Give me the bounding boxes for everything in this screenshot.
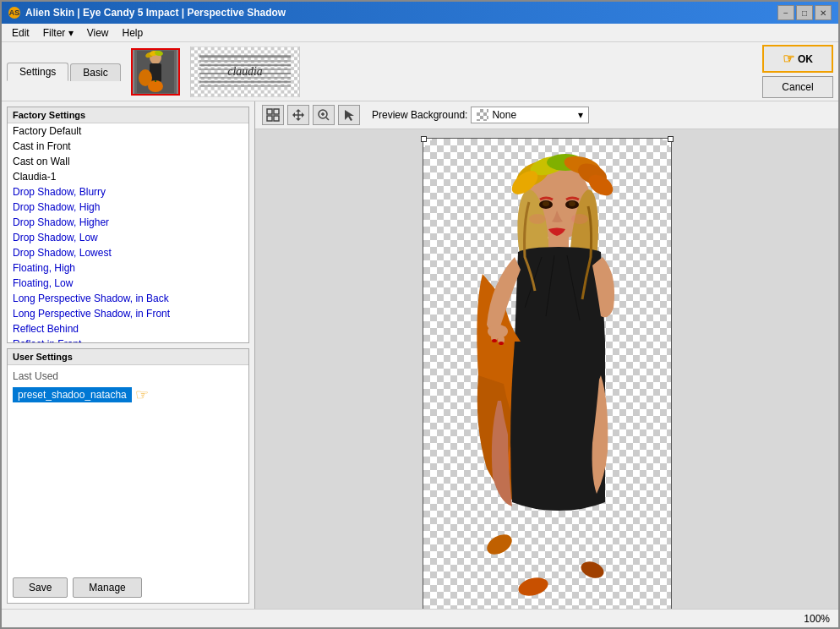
svg-point-61 (569, 201, 575, 206)
thumbnail-inner (134, 50, 177, 94)
pan-button[interactable] (287, 105, 309, 125)
minimize-button[interactable]: − (777, 5, 794, 20)
list-item-floating-low[interactable]: Floating, Low (8, 276, 248, 291)
menu-help[interactable]: Help (115, 25, 150, 41)
top-bar: Settings Basic (2, 42, 838, 101)
svg-rect-23 (274, 109, 279, 114)
thumbnail-preview (131, 48, 180, 96)
list-item-floating-high[interactable]: Floating, High (8, 260, 248, 276)
save-button[interactable]: Save (13, 577, 68, 598)
preview-bg-select[interactable]: None ▾ (471, 107, 589, 123)
thumbnail-svg (137, 51, 174, 93)
svg-line-29 (326, 118, 329, 120)
user-settings-header: User Settings (8, 349, 248, 365)
list-item-drop-shadow-high[interactable]: Drop Shadow, High (8, 200, 248, 215)
menu-filter[interactable]: Filter ▾ (36, 25, 80, 41)
bg-color-swatch (477, 109, 488, 121)
handle-tr[interactable] (668, 136, 674, 142)
manage-button[interactable]: Manage (73, 577, 141, 598)
ok-label: OK (798, 53, 813, 65)
svg-point-48 (499, 342, 504, 345)
svg-point-7 (148, 80, 163, 92)
preview-bg-label: Preview Background: (372, 109, 467, 121)
menu-bar: Edit Filter ▾ View Help (2, 24, 838, 42)
user-selected-row[interactable]: preset_shadoo_natacha ☞ (8, 384, 248, 406)
user-settings-section: User Settings Last Used preset_shadoo_na… (7, 348, 249, 604)
chevron-down-icon: ▾ (571, 109, 583, 121)
svg-rect-13 (199, 55, 291, 57)
title-bar: AS Alien Skin | Eye Candy 5 Impact | Per… (2, 2, 838, 24)
zoom-fit-icon (266, 108, 280, 122)
last-used-label: Last Used (8, 369, 248, 384)
user-list[interactable]: Last Used preset_shadoo_natacha ☞ (8, 365, 248, 572)
claudia-preview: claudia (190, 46, 300, 97)
maximize-button[interactable]: □ (796, 5, 813, 20)
bottom-buttons: Save Manage (8, 572, 248, 603)
title-bar-left: AS Alien Skin | Eye Candy 5 Impact | Per… (8, 7, 286, 19)
tab-settings[interactable]: Settings (7, 63, 68, 81)
app-icon: AS (8, 7, 20, 19)
main-window: AS Alien Skin | Eye Candy 5 Impact | Per… (0, 0, 840, 629)
list-item-long-persp-back[interactable]: Long Perspective Shadow, in Back (8, 291, 248, 306)
right-panel: Preview Background: None ▾ (255, 101, 838, 609)
preview-canvas (423, 138, 672, 609)
tab-basic[interactable]: Basic (70, 63, 120, 81)
preview-toolbar: Preview Background: None ▾ (255, 101, 838, 129)
svg-point-63 (571, 214, 588, 224)
list-item-claudia-1[interactable]: Claudia-1 (8, 169, 248, 184)
preview-bg-value: None (492, 109, 516, 121)
svg-rect-25 (274, 116, 279, 121)
menu-view[interactable]: View (80, 25, 116, 41)
factory-list[interactable]: Factory Default Cast in Front Cast on Wa… (8, 123, 248, 342)
left-panel: Factory Settings Factory Default Cast in… (2, 101, 255, 609)
main-content: Factory Settings Factory Default Cast in… (2, 101, 838, 609)
list-item-long-persp-front[interactable]: Long Perspective Shadow, in Front (8, 306, 248, 321)
svg-point-47 (492, 339, 497, 342)
list-item-reflect-behind[interactable]: Reflect Behind (8, 321, 248, 336)
list-item-reflect-in-front[interactable]: Reflect in Front (8, 336, 248, 342)
list-item-cast-in-front[interactable]: Cast in Front (8, 139, 248, 154)
user-arrow-icon: ☞ (135, 386, 149, 404)
svg-point-56 (578, 559, 605, 581)
window-title: Alien Skin | Eye Candy 5 Impact | Perspe… (25, 7, 286, 19)
arrow-select-button[interactable] (338, 105, 360, 125)
factory-settings-header: Factory Settings (8, 107, 248, 123)
status-bar: 100% (2, 609, 838, 627)
cancel-button[interactable]: Cancel (762, 76, 833, 98)
svg-rect-22 (267, 109, 272, 114)
svg-point-44 (488, 325, 508, 338)
pan-icon (292, 108, 305, 122)
svg-rect-24 (267, 116, 272, 121)
list-item-drop-shadow-lowest[interactable]: Drop Shadow, Lowest (8, 245, 248, 260)
close-button[interactable]: ✕ (815, 5, 832, 20)
svg-rect-20 (199, 85, 291, 86)
zoom-in-icon (317, 108, 330, 122)
svg-rect-19 (199, 80, 291, 82)
preview-area (255, 129, 838, 609)
handle-tl[interactable] (421, 136, 427, 142)
zoom-fit-button[interactable] (262, 105, 284, 125)
svg-point-57 (516, 575, 550, 599)
claudia-svg: claudia (191, 46, 299, 97)
tab-strip: Settings Basic (7, 63, 123, 81)
list-item-drop-shadow-low[interactable]: Drop Shadow, Low (8, 230, 248, 245)
factory-settings-section: Factory Settings Factory Default Cast in… (7, 107, 249, 343)
factory-list-scroll: Factory Default Cast in Front Cast on Wa… (8, 123, 248, 342)
preview-woman-svg (423, 139, 673, 609)
svg-text:claudia: claudia (227, 64, 262, 77)
list-item-factory-default[interactable]: Factory Default (8, 123, 248, 139)
ok-button[interactable]: ☞ OK (762, 45, 833, 73)
title-buttons: − □ ✕ (777, 5, 832, 20)
list-item-drop-shadow-higher[interactable]: Drop Shadow, Higher (8, 215, 248, 230)
ok-cancel-buttons: ☞ OK Cancel (762, 45, 833, 98)
svg-point-62 (529, 214, 546, 224)
menu-edit[interactable]: Edit (5, 25, 36, 41)
list-item-drop-shadow-blurry[interactable]: Drop Shadow, Blurry (8, 184, 248, 200)
user-preset-item[interactable]: preset_shadoo_natacha (13, 387, 132, 402)
user-list-scroll: Last Used preset_shadoo_natacha ☞ (8, 365, 248, 572)
svg-point-55 (483, 530, 515, 558)
zoom-in-button[interactable] (313, 105, 335, 125)
arrow-select-icon (342, 108, 356, 122)
list-item-cast-on-wall[interactable]: Cast on Wall (8, 154, 248, 169)
svg-rect-14 (199, 60, 291, 62)
